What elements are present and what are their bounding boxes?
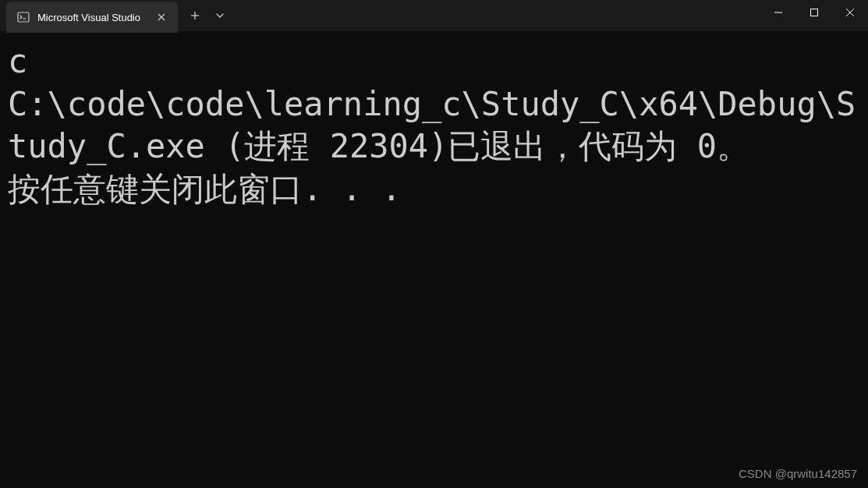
titlebar-left: Microsoft Visual Studio [0,0,232,31]
titlebar: Microsoft Visual Studio [0,0,868,31]
tab-close-button[interactable] [154,10,168,24]
tab-title: Microsoft Visual Studio [37,12,147,23]
new-tab-button[interactable] [182,3,207,28]
terminal-icon [17,11,30,23]
close-button[interactable] [832,0,868,25]
output-line: 按任意键关闭此窗口. . . [8,170,401,208]
window-controls [760,0,868,31]
maximize-button[interactable] [796,0,832,25]
svg-rect-7 [811,9,818,16]
minimize-button[interactable] [760,0,796,25]
svg-rect-0 [18,12,29,22]
watermark: CSDN @qrwitu142857 [739,467,857,480]
tab-dropdown-button[interactable] [207,3,232,28]
active-tab[interactable]: Microsoft Visual Studio [6,2,178,33]
terminal-output[interactable]: c C:\code\code\learning_c\Study_C\x64\De… [0,31,868,220]
output-line: c [8,42,27,80]
output-line: C:\code\code\learning_c\Study_C\x64\Debu… [8,85,856,166]
